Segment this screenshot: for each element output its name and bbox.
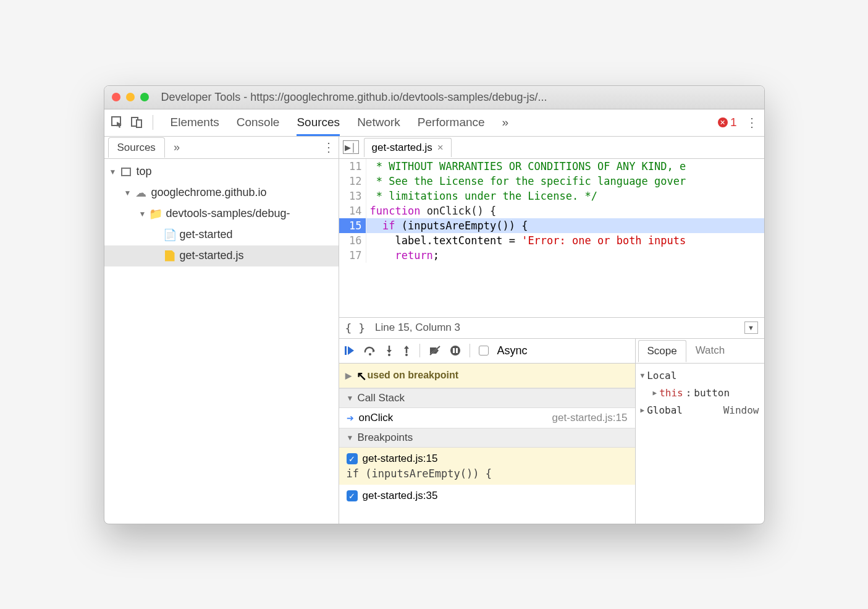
file-icon: 📄: [164, 229, 176, 241]
navigator-tab-sources[interactable]: Sources: [108, 137, 165, 158]
navigator-menu-icon[interactable]: ⋮: [322, 140, 335, 155]
editor-tabs: ▶│ get-started.js ×: [339, 137, 764, 159]
js-file-icon: [164, 250, 176, 262]
window-title: Developer Tools - https://googlechrome.g…: [161, 91, 547, 104]
editor-tab-getstarted[interactable]: get-started.js ×: [364, 138, 452, 157]
disclosure-icon[interactable]: ▶: [345, 371, 352, 380]
debugger-pane: Async ▶ ↖ used on breakpoint ▼ Call Stac…: [339, 338, 764, 524]
svg-rect-3: [345, 346, 347, 355]
close-tab-icon[interactable]: ×: [437, 142, 444, 154]
cloud-icon: ☁: [135, 187, 147, 199]
svg-point-5: [388, 354, 390, 356]
status-dropdown-icon[interactable]: ▼: [744, 322, 758, 334]
disclosure-icon: ▼: [109, 168, 117, 176]
step-out-icon[interactable]: [402, 345, 411, 356]
scope-global[interactable]: ▶GlobalWindow: [641, 402, 759, 419]
svg-rect-11: [456, 348, 458, 353]
zoom-window-button[interactable]: [140, 93, 149, 101]
bp1-code: if (inputsAreEmpty()) {: [347, 467, 628, 480]
scope-tabs: Scope Watch: [636, 339, 764, 364]
tab-scope[interactable]: Scope: [638, 340, 686, 362]
frame-name: onClick: [359, 412, 394, 424]
editor-status-bar: { } Line 15, Column 3 ▼: [339, 317, 764, 338]
window-controls: [112, 93, 149, 101]
breakpoint-item-2[interactable]: ✓get-started.js:35: [339, 485, 635, 507]
tab-performance[interactable]: Performance: [418, 116, 485, 129]
svg-rect-10: [453, 348, 455, 353]
pretty-print-icon[interactable]: { }: [345, 322, 366, 334]
async-label: Async: [497, 344, 528, 357]
disclosure-icon: ▼: [124, 189, 132, 197]
cursor-position: Line 15, Column 3: [375, 322, 460, 334]
titlebar: Developer Tools - https://googlechrome.g…: [104, 86, 764, 109]
tab-watch[interactable]: Watch: [686, 339, 735, 362]
editor-tab-label: get-started.js: [372, 142, 432, 154]
tab-sources[interactable]: Sources: [297, 116, 340, 136]
tree-file-html[interactable]: 📄 get-started: [104, 224, 339, 245]
show-navigator-icon[interactable]: ▶│: [343, 140, 359, 154]
async-checkbox[interactable]: [479, 346, 489, 356]
tree-file-js[interactable]: get-started.js: [104, 245, 339, 266]
current-frame-icon: ➔: [347, 413, 354, 423]
file-tree: ▼ top ▼ ☁ googlechrome.github.io ▼ 📁 dev…: [104, 159, 339, 524]
navigator-tabs: Sources » ⋮: [104, 137, 339, 159]
main-toolbar: Elements Console Sources Network Perform…: [104, 109, 764, 137]
inspect-icon[interactable]: [111, 116, 124, 129]
tree-domain[interactable]: ▼ ☁ googlechrome.github.io: [104, 182, 339, 203]
tree-file2-label: get-started.js: [180, 249, 244, 262]
frame-location: get-started.js:15: [552, 412, 628, 424]
tree-folder-label: devtools-samples/debug-: [166, 207, 290, 220]
bp1-label: get-started.js:15: [363, 453, 438, 464]
tree-file1-label: get-started: [180, 228, 233, 241]
scope-local[interactable]: ▼Local: [641, 367, 759, 385]
folder-icon: 📁: [150, 208, 162, 220]
svg-point-9: [450, 346, 460, 356]
svg-rect-2: [137, 120, 141, 127]
breakpoint-checkbox[interactable]: ✓: [347, 490, 358, 501]
breakpoint-item-1[interactable]: ✓get-started.js:15 if (inputsAreEmpty())…: [339, 448, 635, 485]
breakpoint-checkbox[interactable]: ✓: [347, 453, 358, 464]
gutter[interactable]: 11: [339, 159, 366, 174]
debugger-toolbar: Async: [339, 339, 635, 364]
disclosure-icon: ▼: [139, 210, 146, 218]
tree-top[interactable]: ▼ top: [104, 161, 339, 182]
tab-console[interactable]: Console: [237, 116, 280, 129]
call-stack-header[interactable]: ▼ Call Stack: [339, 388, 635, 408]
step-into-icon[interactable]: [385, 345, 394, 356]
breakpoints-label: Breakpoints: [357, 432, 413, 444]
cursor-icon: ↖: [356, 368, 367, 383]
call-stack-label: Call Stack: [357, 392, 405, 404]
tree-folder[interactable]: ▼ 📁 devtools-samples/debug-: [104, 203, 339, 224]
call-stack-frame[interactable]: ➔ onClick get-started.js:15: [339, 408, 635, 428]
resume-icon[interactable]: [344, 345, 355, 356]
bp2-label: get-started.js:35: [363, 490, 438, 501]
tab-elements[interactable]: Elements: [171, 116, 219, 129]
error-icon: ✕: [718, 117, 728, 127]
tab-network[interactable]: Network: [357, 116, 400, 129]
close-window-button[interactable]: [112, 93, 120, 101]
error-indicator[interactable]: ✕ 1: [718, 116, 737, 129]
tree-top-label: top: [136, 165, 151, 178]
error-count: 1: [730, 116, 737, 129]
paused-banner: ▶ ↖ used on breakpoint: [339, 364, 635, 388]
svg-point-6: [405, 354, 408, 356]
device-toggle-icon[interactable]: [130, 116, 144, 129]
frame-icon: [120, 166, 132, 178]
scope-tree: ▼Local ▶this: button ▶GlobalWindow: [636, 364, 764, 423]
scope-this[interactable]: ▶this: button: [641, 385, 759, 402]
pause-exceptions-icon[interactable]: [450, 345, 461, 356]
devtools-window: Developer Tools - https://googlechrome.g…: [104, 85, 765, 524]
code-editor[interactable]: 11 * WITHOUT WARRANTIES OR CONDITIONS OF…: [339, 159, 764, 317]
navigator-panel: Sources » ⋮ ▼ top ▼ ☁ googlechrome.githu…: [104, 137, 339, 524]
minimize-window-button[interactable]: [126, 93, 135, 101]
step-over-icon[interactable]: [364, 345, 376, 356]
kebab-menu-icon[interactable]: ⋮: [746, 115, 758, 130]
tree-domain-label: googlechrome.github.io: [151, 186, 266, 199]
paused-text: used on breakpoint: [368, 370, 459, 381]
deactivate-breakpoints-icon[interactable]: [429, 345, 441, 356]
tabs-overflow[interactable]: »: [502, 116, 509, 129]
breakpoints-header[interactable]: ▼ Breakpoints: [339, 428, 635, 448]
svg-point-4: [369, 353, 371, 356]
navigator-overflow[interactable]: »: [174, 141, 180, 154]
